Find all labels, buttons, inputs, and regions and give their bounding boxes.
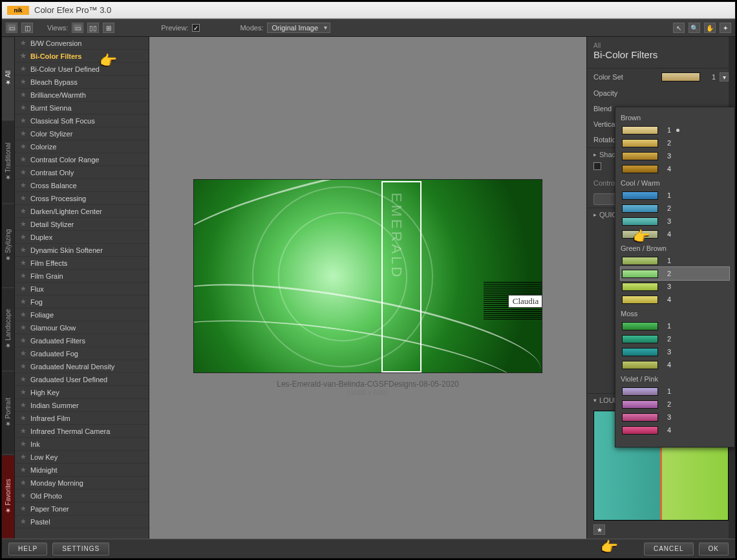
- shadows-checkbox[interactable]: [593, 162, 601, 170]
- color-set-swatch[interactable]: [661, 72, 700, 81]
- filter-item[interactable]: ★Fog: [15, 296, 149, 308]
- category-tab-landscape[interactable]: ★ Landscape: [2, 288, 14, 371]
- hand-tool-icon[interactable]: ✋: [704, 23, 716, 33]
- view-single-icon[interactable]: ▭: [6, 23, 17, 33]
- color-option[interactable]: 2: [621, 267, 729, 280]
- star-icon[interactable]: ★: [20, 52, 27, 60]
- star-icon[interactable]: ★: [20, 466, 27, 474]
- star-icon[interactable]: ★: [20, 155, 27, 164]
- star-icon[interactable]: ★: [20, 181, 27, 189]
- filter-item[interactable]: ★Paper Toner: [15, 502, 149, 515]
- star-icon[interactable]: ★: [20, 336, 27, 345]
- filter-item[interactable]: ★Bi-Color Filters: [15, 50, 149, 63]
- cancel-button[interactable]: CANCEL: [644, 543, 694, 555]
- filter-item[interactable]: ★Bleach Bypass: [15, 76, 149, 89]
- star-icon[interactable]: ★: [20, 427, 27, 435]
- favorite-star-icon[interactable]: ★: [593, 524, 605, 535]
- star-icon[interactable]: ★: [20, 440, 27, 448]
- color-option[interactable]: 2: [621, 398, 729, 411]
- category-tab-traditional[interactable]: ★ Traditional: [2, 120, 14, 204]
- modes-dropdown[interactable]: Original Image: [267, 23, 330, 33]
- color-option[interactable]: 1: [621, 254, 729, 267]
- filter-item[interactable]: ★Low Key: [15, 451, 149, 464]
- star-icon[interactable]: ★: [20, 414, 27, 422]
- color-option[interactable]: 2: [621, 202, 729, 215]
- star-icon[interactable]: ★: [20, 401, 27, 409]
- color-option[interactable]: 1: [621, 124, 729, 136]
- color-option[interactable]: 4: [621, 424, 729, 436]
- color-option[interactable]: 4: [621, 293, 729, 306]
- help-button[interactable]: HELP: [8, 543, 47, 555]
- color-option[interactable]: 4: [621, 162, 729, 175]
- filter-item[interactable]: ★Midnight: [15, 464, 149, 477]
- filter-item[interactable]: ★High Key: [15, 386, 149, 399]
- filter-item[interactable]: ★Film Grain: [15, 270, 149, 283]
- star-icon[interactable]: ★: [20, 479, 27, 487]
- filter-item[interactable]: ★Graduated Neutral Density: [15, 360, 149, 373]
- filter-item[interactable]: ★Pastel: [15, 515, 149, 528]
- star-icon[interactable]: ★: [20, 78, 27, 86]
- preview-checkbox[interactable]: ✓: [192, 24, 200, 32]
- star-icon[interactable]: ★: [20, 233, 27, 241]
- star-icon[interactable]: ★: [20, 194, 27, 202]
- star-icon[interactable]: ★: [20, 504, 27, 513]
- filter-item[interactable]: ★Old Photo: [15, 490, 149, 502]
- star-icon[interactable]: ★: [20, 362, 27, 371]
- filter-item[interactable]: ★Cross Balance: [15, 179, 149, 192]
- category-tab-portrait[interactable]: ★ Portrait: [2, 371, 14, 455]
- star-icon[interactable]: ★: [20, 103, 27, 112]
- filter-item[interactable]: ★Detail Stylizer: [15, 218, 149, 231]
- filter-item[interactable]: ★Infrared Film: [15, 412, 149, 425]
- star-icon[interactable]: ★: [20, 129, 27, 138]
- color-option[interactable]: 3: [621, 345, 729, 358]
- star-icon[interactable]: ★: [20, 91, 27, 99]
- star-icon[interactable]: ★: [20, 259, 27, 267]
- filter-item[interactable]: ★Colorize: [15, 140, 149, 153]
- filter-item[interactable]: ★Graduated Fog: [15, 347, 149, 360]
- filter-item[interactable]: ★Brilliance/Warmth: [15, 89, 149, 102]
- color-option[interactable]: 1: [621, 319, 729, 332]
- star-icon[interactable]: ★: [20, 39, 27, 47]
- color-option[interactable]: 2: [621, 136, 729, 149]
- star-icon[interactable]: ★: [20, 220, 27, 228]
- filter-item[interactable]: ★Indian Summer: [15, 399, 149, 412]
- filter-item[interactable]: ★Foliage: [15, 308, 149, 321]
- filter-list[interactable]: ★B/W Conversion★Bi-Color Filters★Bi-Colo…: [15, 37, 149, 539]
- star-icon[interactable]: ★: [20, 285, 27, 293]
- filter-item[interactable]: ★Bi-Color User Defined: [15, 63, 149, 76]
- color-option[interactable]: 1: [621, 385, 729, 398]
- view-split-icon[interactable]: ◫: [21, 23, 33, 33]
- light-tool-icon[interactable]: ✦: [720, 23, 731, 33]
- filter-item[interactable]: ★Graduated User Defined: [15, 373, 149, 386]
- star-icon[interactable]: ★: [20, 349, 27, 358]
- star-icon[interactable]: ★: [20, 207, 27, 215]
- star-icon[interactable]: ★: [20, 517, 27, 526]
- filter-item[interactable]: ★Ink: [15, 438, 149, 451]
- filter-item[interactable]: ★Film Effects: [15, 257, 149, 270]
- color-option[interactable]: 3: [621, 411, 729, 424]
- filter-item[interactable]: ★Darken/Lighten Center: [15, 205, 149, 218]
- layout-3-icon[interactable]: ⊞: [103, 23, 114, 33]
- filter-item[interactable]: ★Contrast Only: [15, 166, 149, 179]
- star-icon[interactable]: ★: [20, 491, 27, 500]
- filter-item[interactable]: ★Graduated Filters: [15, 334, 149, 347]
- color-option[interactable]: 3: [621, 280, 729, 293]
- color-option[interactable]: 4: [621, 228, 729, 241]
- star-icon[interactable]: ★: [20, 388, 27, 396]
- filter-item[interactable]: ★B/W Conversion: [15, 37, 149, 50]
- star-icon[interactable]: ★: [20, 168, 27, 177]
- color-option[interactable]: 2: [621, 332, 729, 345]
- filter-item[interactable]: ★Classical Soft Focus: [15, 114, 149, 127]
- filter-item[interactable]: ★Burnt Sienna: [15, 102, 149, 114]
- star-icon[interactable]: ★: [20, 116, 27, 125]
- filter-item[interactable]: ★Cross Processing: [15, 192, 149, 205]
- star-icon[interactable]: ★: [20, 310, 27, 319]
- layout-1-icon[interactable]: ▭: [72, 23, 83, 33]
- star-icon[interactable]: ★: [20, 272, 27, 280]
- star-icon[interactable]: ★: [20, 375, 27, 383]
- color-option[interactable]: 3: [621, 215, 729, 228]
- category-tab-all[interactable]: ★ All: [2, 37, 14, 120]
- color-option[interactable]: 3: [621, 149, 729, 162]
- zoom-tool-icon[interactable]: 🔍: [689, 23, 700, 33]
- star-icon[interactable]: ★: [20, 297, 27, 306]
